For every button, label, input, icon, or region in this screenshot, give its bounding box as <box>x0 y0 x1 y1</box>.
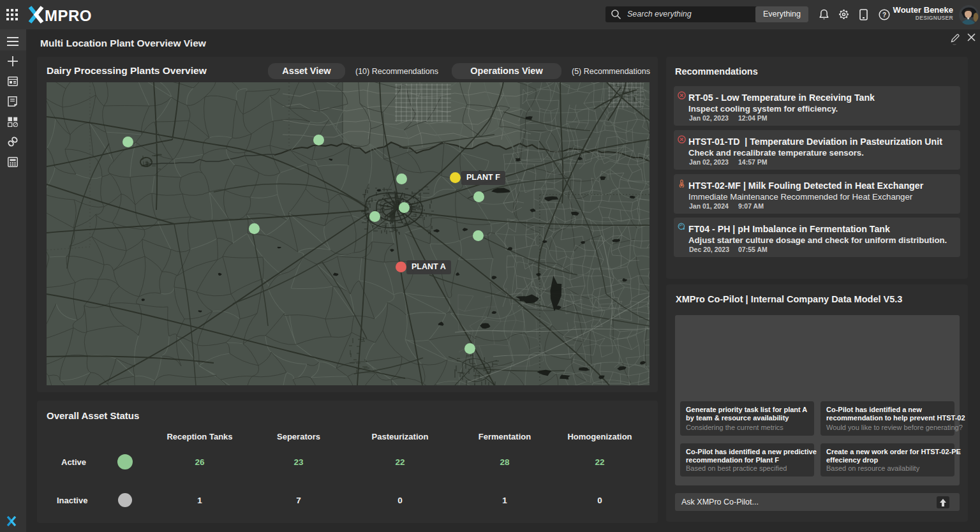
svg-text:?: ? <box>882 11 886 18</box>
svg-text:MPRO: MPRO <box>45 7 92 24</box>
